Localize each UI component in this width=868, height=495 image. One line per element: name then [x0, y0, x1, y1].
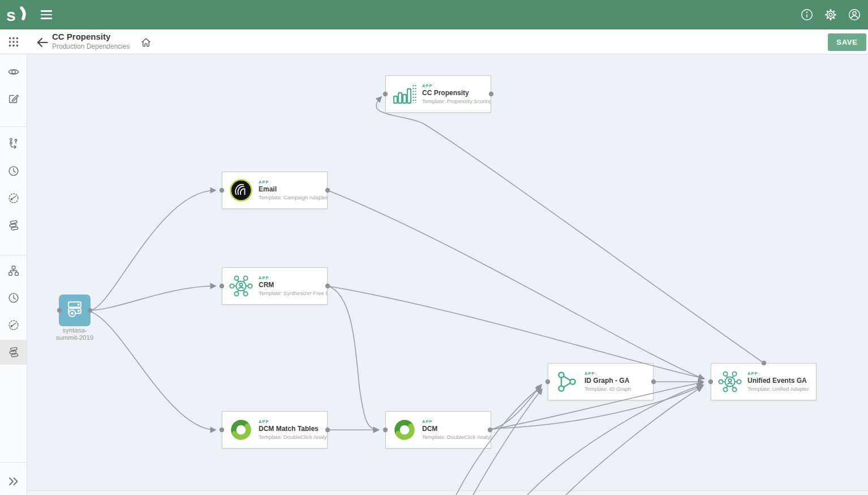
database-add-icon	[63, 298, 86, 323]
node-email[interactable]: APPEmailTemplate: Campaign Adapter	[222, 172, 328, 209]
node-type-label: APP	[585, 371, 631, 377]
edge-dcm-to-id-graph-ga	[490, 385, 542, 430]
schema-icon[interactable]	[0, 258, 27, 283]
edge-source-to-email	[90, 190, 216, 310]
edge-crm-to-dcm	[328, 286, 379, 430]
page-subtitle: Production Dependencies	[52, 42, 130, 51]
stack-icon[interactable]	[0, 340, 27, 365]
node-text: APPDCMTemplate: DoubleClick Analytics Ad…	[422, 419, 491, 441]
page-header: CC Propensity Production Dependencies SA…	[0, 29, 868, 54]
gauge-icon[interactable]	[0, 186, 27, 211]
source-node-label: syntasa-summit-2019	[52, 327, 97, 341]
edge-offscreen-bottom-to-unified-events-ga	[566, 387, 702, 495]
history-icon[interactable]	[0, 285, 27, 310]
doubleclick-icon	[392, 417, 417, 442]
node-text: APPEmailTemplate: Campaign Adapter	[259, 180, 327, 201]
idgraph-icon	[555, 369, 579, 394]
node-text: APPUnified Events GATemplate: Unified Ad…	[747, 371, 809, 392]
node-template: Template: Unified Adapter	[747, 385, 809, 392]
sidebar-divider	[0, 462, 27, 463]
node-title: DCM	[422, 425, 491, 433]
save-button[interactable]: SAVE	[828, 33, 866, 51]
node-template: Template: Propensity Scoring	[422, 97, 491, 105]
node-text: APPCRMTemplate: Synthesizer Free Form	[259, 275, 327, 297]
edit-icon[interactable]	[0, 86, 27, 111]
node-type-label: APP	[422, 83, 491, 89]
node-type-label: APP	[259, 275, 327, 281]
back-arrow-icon[interactable]	[35, 35, 50, 50]
menu-icon[interactable]	[35, 3, 58, 26]
svg-text:s: s	[6, 6, 16, 24]
edge-email-to-unified-events-ga	[328, 190, 704, 379]
canvas-bottom-edge	[27, 490, 868, 495]
node-template: Template: ID Graph	[585, 385, 631, 392]
node-title: Unified Events GA	[747, 377, 809, 385]
settings-gear-icon[interactable]	[824, 8, 837, 22]
node-title: ID Graph - GA	[585, 377, 631, 385]
history-icon[interactable]	[0, 159, 27, 184]
node-title: CC Propensity	[422, 89, 491, 97]
node-dcm[interactable]: APPDCMTemplate: DoubleClick Analytics Ad…	[385, 411, 491, 449]
dependency-graph-canvas[interactable]: syntasa-summit-2019APPCC PropensityTempl…	[27, 54, 868, 495]
expand-sidebar-icon[interactable]	[0, 469, 27, 494]
node-type-label: APP	[747, 371, 809, 377]
node-text: APPCC PropensityTemplate: Propensity Sco…	[422, 83, 491, 105]
account-icon[interactable]	[848, 8, 861, 22]
node-id-graph-ga[interactable]: APPID Graph - GATemplate: ID Graph	[548, 363, 654, 400]
node-type-label: APP	[422, 419, 491, 425]
node-template: Template: Synthesizer Free Form	[259, 289, 327, 297]
tool-sidebar	[0, 29, 27, 495]
node-title: CRM	[259, 281, 327, 289]
stack-icon[interactable]	[0, 213, 27, 238]
edge-source-to-crm	[90, 286, 216, 310]
sidebar-divider	[0, 126, 27, 127]
flow-icon[interactable]	[0, 131, 27, 156]
node-unified-events-ga[interactable]: APPUnified Events GATemplate: Unified Ad…	[711, 363, 817, 400]
node-title: DCM Match Tables	[259, 425, 327, 433]
propensity-chart-icon	[392, 82, 417, 106]
email-logo-icon	[229, 178, 253, 203]
source-node-syntasa-summit-2019[interactable]	[59, 295, 91, 326]
node-text: APPID Graph - GATemplate: ID Graph	[585, 371, 631, 392]
node-type-label: APP	[259, 419, 327, 425]
node-crm[interactable]: APPCRMTemplate: Synthesizer Free Form	[222, 267, 328, 305]
sidebar-divider	[0, 255, 27, 255]
apps-grid-icon[interactable]	[0, 29, 27, 54]
edge-source-to-dcm-match-tables	[90, 311, 216, 430]
syntasa-logo: s	[5, 3, 31, 26]
edge-offscreen-bottom-to-unified-events-ga	[527, 385, 702, 495]
node-text: APPDCM Match TablesTemplate: DoubleClick…	[259, 419, 327, 441]
network-icon	[229, 274, 253, 298]
node-template: Template: Campaign Adapter	[259, 194, 327, 201]
node-dcm-match-tables[interactable]: APPDCM Match TablesTemplate: DoubleClick…	[222, 411, 328, 449]
home-icon[interactable]	[140, 36, 152, 49]
edge-unified-events-ga-to-cc-propensity	[376, 97, 764, 363]
visibility-icon[interactable]	[0, 59, 27, 84]
node-cc-propensity[interactable]: APPCC PropensityTemplate: Propensity Sco…	[385, 75, 491, 113]
node-template: Template: DoubleClick Analytics Adapter	[422, 433, 491, 441]
info-icon[interactable]	[800, 8, 814, 22]
network-icon	[717, 369, 742, 394]
top-app-bar: s	[0, 0, 868, 29]
gauge-icon[interactable]	[0, 313, 27, 338]
node-title: Email	[259, 185, 327, 194]
doubleclick-icon	[229, 417, 253, 442]
node-type-label: APP	[259, 180, 327, 185]
node-template: Template: DoubleClick Analytics Adapter	[259, 433, 327, 441]
page-title: CC Propensity	[52, 31, 130, 42]
